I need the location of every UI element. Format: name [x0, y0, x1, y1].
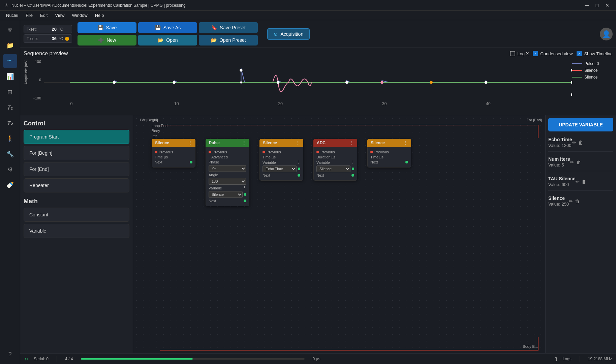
variable-menu-s2[interactable]: ⋮	[297, 160, 300, 164]
node-silence-1[interactable]: Silence ⋮ Previous Time µs Next	[152, 139, 195, 168]
tau-silence-delete-button[interactable]: 🗑	[582, 179, 586, 184]
silence-delete-button[interactable]: 🗑	[575, 199, 580, 204]
silence-edit-button[interactable]: ✏	[569, 199, 573, 204]
node-silence-2[interactable]: Silence ⋮ Previous Time µs Variable	[259, 139, 303, 181]
next-label-p1: Next	[209, 199, 216, 203]
node-silence-2-menu[interactable]: ⋮	[296, 141, 300, 145]
body-label: Body	[152, 129, 160, 133]
log-x-checkbox[interactable]	[510, 51, 515, 56]
var-select-p1[interactable]: Silence	[209, 191, 243, 198]
num-iters-delete-button[interactable]: 🗑	[576, 159, 581, 165]
status-divider-2	[580, 356, 580, 362]
svg-point-12	[380, 81, 383, 84]
sidebar-btn-help[interactable]: ?	[3, 347, 17, 361]
sidebar-btn-signal[interactable]: 〰	[3, 54, 17, 68]
library-item-variable[interactable]: Variable	[24, 224, 129, 238]
status-arrows: ↑↓	[24, 357, 28, 361]
acquisition-button[interactable]: ⊙ Acquisition	[267, 28, 310, 40]
node-adc-1-prev: Previous	[316, 150, 354, 154]
save-button[interactable]: 💾 Save	[78, 22, 136, 33]
echo-time-edit-button[interactable]: ✏	[572, 140, 576, 145]
sidebar-btn-baby[interactable]: 🍼	[3, 178, 17, 192]
advanced-label-p1: Advanced	[209, 155, 228, 159]
node-silence-1-menu[interactable]: ⋮	[188, 141, 192, 145]
sidebar-btn-modules[interactable]: ⊞	[3, 85, 17, 99]
user-avatar[interactable]: 👤	[600, 28, 613, 40]
port-next-adc	[351, 174, 354, 177]
minimize-button[interactable]: ─	[582, 2, 592, 9]
sidebar-btn-settings[interactable]: ⚙	[3, 162, 17, 177]
sidebar-btn-chart[interactable]: 📊	[3, 69, 17, 84]
node-silence-3-menu[interactable]: ⋮	[404, 141, 408, 145]
y-axis-label: Amplitude [mV]	[24, 59, 28, 85]
sidebar-btn-t2[interactable]: T₂	[3, 116, 17, 130]
node-pulse-1-advanced: Advanced	[209, 155, 246, 159]
sidebar-btn-t1[interactable]: T₁	[3, 100, 17, 115]
sequence-preview: Sequence preview Log X ✓ Condensed view	[20, 48, 616, 115]
status-time: 0 µs	[313, 357, 320, 361]
condensed-view-checkbox-label[interactable]: ✓ Condensed view	[533, 51, 573, 56]
library-item-program-start[interactable]: Program Start	[24, 130, 129, 144]
log-x-checkbox-label[interactable]: Log X	[510, 51, 529, 56]
iter-label: Iter	[152, 134, 157, 138]
node-adc-1[interactable]: ADC ⋮ Previous Duration µs Variable	[313, 139, 357, 181]
sidebar-btn-folder[interactable]: 📁	[3, 38, 17, 53]
node-silence-3-title: Silence	[371, 141, 385, 145]
node-adc-1-dur: Duration µs	[316, 155, 354, 159]
var-select-adc[interactable]: Silence	[316, 165, 350, 172]
svg-point-17	[571, 93, 572, 96]
show-timeline-checkbox[interactable]: ✓	[577, 51, 582, 56]
node-silence-3[interactable]: Silence ⋮ Previous Time µs Next	[367, 139, 411, 168]
condensed-view-checkbox[interactable]: ✓	[533, 51, 538, 56]
node-silence-1-prev: Previous	[155, 150, 192, 154]
node-pulse-1[interactable]: Pulse ⋮ Previous Advanced Phase	[206, 139, 249, 206]
new-button[interactable]: ➕ New	[78, 35, 136, 46]
menu-item-help[interactable]: Help	[92, 11, 107, 19]
sidebar-btn-atom[interactable]: ⚛	[3, 23, 17, 37]
node-pulse-1-angle-row: Angle	[209, 173, 246, 177]
node-pulse-1-menu[interactable]: ⋮	[242, 141, 246, 145]
library-item-repeater[interactable]: Repeater	[24, 178, 129, 192]
window-controls: ─ □ ✕	[582, 2, 612, 9]
prev-label-1: Previous	[159, 150, 173, 154]
library-item-constant[interactable]: Constant	[24, 208, 129, 222]
sidebar-btn-tools[interactable]: 🔧	[3, 147, 17, 161]
var-select-s2[interactable]: Echo Time	[263, 165, 297, 172]
save-as-button[interactable]: 💾 Save As	[138, 22, 197, 33]
variable-menu-adc[interactable]: ⋮	[350, 160, 354, 164]
port-prev-p1	[209, 151, 211, 153]
menu-item-nuclei[interactable]: Nuclei	[3, 11, 22, 19]
node-silence-1-header: Silence ⋮	[152, 139, 195, 147]
num-iters-edit-button[interactable]: ✏	[570, 159, 574, 165]
close-button[interactable]: ✕	[603, 2, 612, 9]
node-silence-2-variable: Variable ⋮	[263, 160, 300, 164]
t-set-value: 20	[47, 27, 57, 32]
echo-time-delete-button[interactable]: 🗑	[578, 140, 583, 145]
node-adc-1-menu[interactable]: ⋮	[350, 141, 354, 145]
num-iters-value: Value: 5	[548, 162, 570, 168]
time-label-s2: Time µs	[263, 155, 276, 159]
menu-item-file[interactable]: File	[22, 11, 36, 19]
save-preset-button[interactable]: 🔖 Save Preset	[199, 22, 258, 33]
library-item-for-end[interactable]: For [End]	[24, 162, 129, 176]
menu-item-view[interactable]: View	[52, 11, 68, 19]
update-variable-button[interactable]: UPDATE VARIABLE	[548, 118, 613, 131]
variable-menu-p1[interactable]: ⋮	[243, 186, 246, 190]
status-pages: 4 / 4	[65, 357, 73, 361]
top-connection-line	[160, 125, 538, 125]
svg-point-10	[277, 81, 279, 84]
phase-select-p1[interactable]: Y+	[209, 165, 246, 172]
open-preset-button[interactable]: 📂 Open Preset	[199, 35, 258, 46]
menu-item-edit[interactable]: Edit	[37, 11, 51, 19]
sidebar-btn-person[interactable]: 🚶	[3, 131, 17, 146]
show-timeline-checkbox-label[interactable]: ✓ Show Timeline	[577, 51, 613, 56]
canvas-area[interactable]: For [Begin] For [End] Loop End Body Iter…	[133, 115, 545, 353]
tau-silence-edit-button[interactable]: ✏	[576, 179, 580, 184]
open-button[interactable]: 📂 Open	[138, 35, 197, 46]
svg-text:0: 0	[70, 101, 72, 106]
maximize-button[interactable]: □	[592, 2, 602, 9]
library-item-for-begin[interactable]: For [Begin]	[24, 146, 129, 160]
for-end-top-label: For [End]	[527, 118, 542, 122]
angle-select-p1[interactable]: 180°	[209, 178, 246, 185]
menu-item-window[interactable]: Window	[68, 11, 91, 19]
